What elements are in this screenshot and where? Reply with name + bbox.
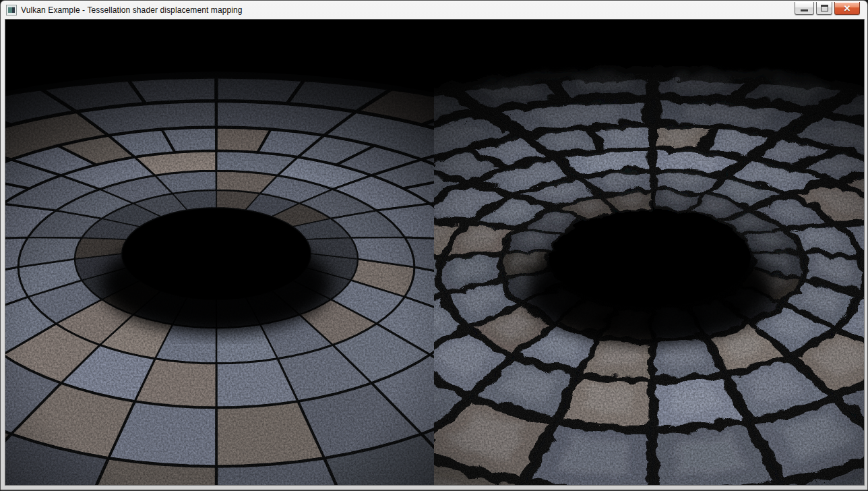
close-button[interactable]: ✕ xyxy=(834,2,860,15)
minimize-button[interactable] xyxy=(795,2,814,15)
app-window: Vulkan Example - Tessellation shader dis… xyxy=(0,0,868,491)
vulkan-render-canvas[interactable] xyxy=(5,20,864,485)
window-title: Vulkan Example - Tessellation shader dis… xyxy=(21,5,243,15)
render-viewport[interactable] xyxy=(5,20,864,485)
maximize-button[interactable] xyxy=(816,2,832,15)
titlebar[interactable]: Vulkan Example - Tessellation shader dis… xyxy=(1,1,867,19)
application-icon[interactable] xyxy=(6,5,17,16)
minimize-icon xyxy=(801,9,808,11)
application-icon-image xyxy=(8,7,15,13)
close-icon: ✕ xyxy=(844,4,851,13)
maximize-icon xyxy=(821,5,828,11)
window-controls: ✕ xyxy=(795,2,860,15)
